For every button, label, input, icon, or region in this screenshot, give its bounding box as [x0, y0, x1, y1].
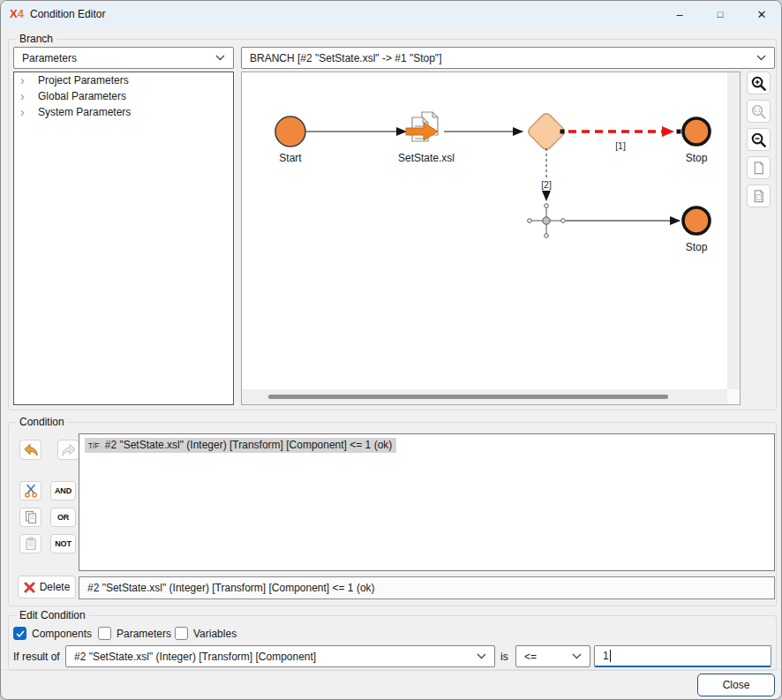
checkbox-unchecked-icon[interactable] — [175, 627, 188, 640]
edge-2-label: [2] — [541, 179, 552, 190]
chevron-right-icon[interactable]: › — [20, 90, 33, 102]
check-icon — [16, 630, 25, 637]
undo-button[interactable] — [19, 440, 41, 460]
copy-icon — [24, 510, 38, 524]
close-button[interactable]: Close — [697, 674, 775, 696]
parameter-category-value: Parameters — [22, 52, 77, 64]
condition-list[interactable]: T/F#2 "SetState.xsl" (Integer) [Transfor… — [79, 433, 775, 571]
checkbox-components-label: Components — [32, 628, 92, 640]
delete-button-label: Delete — [40, 581, 71, 593]
is-label: is — [500, 651, 508, 663]
condition-list-item-selected[interactable]: T/F#2 "SetState.xsl" (Integer) [Transfor… — [85, 438, 396, 453]
checkbox-variables-label: Variables — [193, 628, 237, 640]
undo-icon — [23, 443, 39, 457]
minimize-icon[interactable]: – — [659, 1, 700, 27]
cut-scissors-icon — [24, 484, 38, 498]
condition-item-text: #2 "SetState.xsl" (Integer) [Transform] … — [105, 439, 393, 451]
paste-button[interactable] — [19, 534, 41, 553]
tree-item-global-parameters[interactable]: › Global Parameters — [14, 88, 233, 104]
condition-preview-field: #2 "SetState.xsl" (Integer) [Transform] … — [79, 576, 775, 599]
checkbox-checked-icon[interactable] — [13, 627, 26, 640]
zoom-one-to-one-icon: 1:1 — [750, 103, 767, 120]
workflow-diagram: Start SetState.xsl [1] — [242, 72, 740, 404]
operator-value: <= — [524, 651, 537, 663]
fit-page-icon — [751, 161, 766, 176]
workflow-canvas[interactable]: Start SetState.xsl [1] — [241, 72, 741, 405]
checkbox-components[interactable]: Components — [13, 627, 92, 640]
checkbox-variables[interactable]: Variables — [175, 627, 237, 640]
svg-text:1:1: 1:1 — [754, 108, 761, 113]
scrollbar-thumb[interactable] — [268, 395, 668, 399]
copy-button[interactable] — [19, 508, 41, 527]
checkbox-parameters[interactable]: Parameters — [98, 627, 171, 640]
text-caret — [610, 650, 611, 662]
node-start[interactable]: Start — [275, 117, 305, 164]
result-of-select[interactable]: #2 "SetState.xsl" (Integer) [Transform] … — [65, 645, 495, 667]
condition-preview-text: #2 "SetState.xsl" (Integer) [Transform] … — [87, 582, 375, 594]
zoom-out-icon — [750, 132, 767, 148]
redo-icon — [61, 443, 77, 457]
title-bar: X4 Condition Editor – □ ✕ — [1, 1, 781, 27]
checkbox-parameters-label: Parameters — [117, 628, 171, 640]
tree-item-project-parameters[interactable]: › Project Parameters — [14, 72, 233, 88]
edge-handle[interactable] — [677, 130, 681, 134]
scrollbar-corner — [727, 389, 740, 404]
condition-group-label: Condition — [16, 417, 68, 428]
cut-button[interactable] — [19, 481, 41, 501]
branch-group-label: Branch — [16, 34, 56, 45]
parameter-tree: › Project Parameters › Global Parameters… — [13, 72, 234, 405]
chevron-right-icon[interactable]: › — [20, 106, 33, 118]
zoom-out-button[interactable] — [747, 128, 771, 151]
chevron-right-icon[interactable]: › — [20, 74, 33, 87]
svg-text:Stop: Stop — [686, 152, 708, 164]
redo-button[interactable] — [57, 440, 79, 460]
zoom-reset-button[interactable]: 1:1 — [747, 100, 771, 123]
close-button-label: Close — [723, 679, 750, 691]
branch-select[interactable]: BRANCH [#2 "SetState.xsl" -> #1 "Stop"] — [241, 47, 775, 69]
chevron-down-icon — [477, 653, 486, 659]
or-operator-button[interactable]: OR — [50, 508, 76, 527]
zoom-in-button[interactable] — [747, 72, 771, 94]
maximize-icon[interactable]: □ — [700, 1, 741, 27]
condition-type-badge: T/F — [88, 441, 100, 450]
chevron-down-icon — [215, 55, 225, 61]
chevron-down-icon — [756, 55, 766, 61]
and-operator-button[interactable]: AND — [50, 481, 76, 501]
parameter-category-select[interactable]: Parameters — [13, 47, 234, 69]
result-of-value: #2 "SetState.xsl" (Integer) [Transform] … — [74, 651, 316, 663]
operator-select[interactable]: <= — [515, 645, 590, 667]
fit-selection-icon — [751, 189, 766, 204]
edge-1-label: [1] — [615, 140, 626, 151]
canvas-vertical-scrollbar[interactable] — [727, 72, 740, 389]
branch-select-value: BRANCH [#2 "SetState.xsl" -> #1 "Stop"] — [250, 52, 441, 64]
node-transform-setstate[interactable]: SetState.xsl — [398, 112, 455, 164]
tree-item-system-parameters[interactable]: › System Parameters — [14, 104, 233, 120]
comparison-value-input[interactable]: 1 — [594, 645, 771, 667]
zoom-in-icon — [750, 75, 767, 92]
delete-x-icon — [24, 582, 35, 593]
edit-condition-group-label: Edit Condition — [16, 610, 89, 621]
condition-editor-dialog: X4 Condition Editor – □ ✕ Branch Paramet… — [0, 0, 782, 700]
if-result-of-label: If result of — [13, 651, 60, 663]
svg-text:SetState.xsl: SetState.xsl — [398, 152, 455, 164]
checkbox-unchecked-icon[interactable] — [98, 627, 111, 640]
close-icon[interactable]: ✕ — [741, 1, 782, 27]
edge-junction-handle[interactable] — [528, 204, 566, 238]
comparison-value-text: 1 — [603, 650, 609, 662]
svg-text:Start: Start — [279, 152, 302, 164]
not-operator-button[interactable]: NOT — [50, 534, 76, 553]
delete-button[interactable]: Delete — [18, 576, 76, 598]
edge-handle[interactable] — [560, 130, 565, 134]
footer-divider — [1, 669, 782, 670]
window-title: Condition Editor — [30, 8, 105, 20]
node-stop-2[interactable]: Stop — [683, 207, 710, 253]
paste-clipboard-icon — [24, 537, 38, 551]
fit-selection-button[interactable] — [747, 184, 771, 207]
node-stop-1[interactable]: Stop — [683, 118, 710, 164]
chevron-down-icon — [572, 653, 582, 659]
canvas-horizontal-scrollbar[interactable] — [242, 389, 727, 404]
app-logo-icon: X4 — [10, 7, 24, 20]
svg-text:Stop: Stop — [686, 241, 708, 253]
fit-page-button[interactable] — [747, 156, 771, 179]
